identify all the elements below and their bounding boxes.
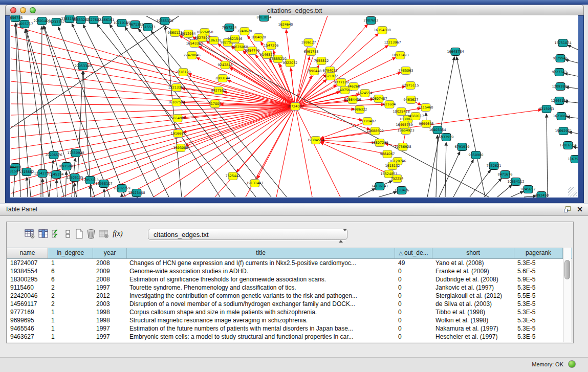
table-cell[interactable]: 5.3E-5 [514,259,563,267]
table-cell[interactable]: 2008 [93,275,127,283]
table-row[interactable]: 1872400712008Changes of HCN gene express… [7,259,563,267]
table-cell[interactable]: 9465546 [7,324,48,333]
float-panel-icon[interactable] [564,206,571,212]
table-cell[interactable]: 1 [48,259,93,267]
table-row[interactable]: 1938455462009Genome-wide association stu… [7,267,563,275]
table-cell[interactable]: 5.3E-5 [514,316,563,324]
table-cell[interactable]: 0 [395,308,432,316]
table-row[interactable]: 946554611997Estimation of the future num… [7,324,563,333]
column-header-name[interactable]: name [7,248,48,258]
table-cell[interactable]: Tourette syndrome. Phenomenology and cla… [127,283,395,292]
table-cell[interactable]: 2003 [93,300,127,308]
table-row[interactable]: 946362711997Embryonic stem cells: a mode… [7,333,563,341]
table-cell[interactable]: Disruption of a novel member of a sodium… [127,300,395,308]
network-view-canvas[interactable]: 1872400798601238912954182260589827509165… [10,15,578,198]
table-settings-icon[interactable] [24,228,36,240]
close-panel-icon[interactable]: ✕ [577,205,583,213]
new-document-icon[interactable] [73,228,85,240]
table-cell[interactable]: 0 [395,283,432,292]
table-cell[interactable]: 0 [395,267,432,275]
table-cell[interactable]: 1997 [93,283,127,292]
table-cell[interactable]: Investigating the contribution of common… [127,292,395,300]
table-cell[interactable]: Yano et al. (2008) [432,259,514,267]
table-cell[interactable]: 6 [48,275,93,283]
scrollbar-thumb[interactable] [564,260,570,279]
table-cell[interactable]: 1997 [93,333,127,341]
table-cell[interactable]: Estimation of significance thresholds fo… [127,275,395,283]
column-header-pagerank[interactable]: pagerank [514,248,563,258]
vertical-scrollbar[interactable] [563,248,571,342]
table-cell[interactable]: 0 [395,324,432,333]
table-cell[interactable]: Hescheler et al. (1997) [432,333,514,341]
table-cell[interactable]: 5.5E-5 [514,292,563,300]
table-cell[interactable]: Structural magnetic resonance image aver… [127,316,395,324]
table-cell[interactable]: Genome-wide association studies in ADHD. [127,267,395,275]
table-cell[interactable]: Nakamura et al. (1997) [432,324,514,333]
table-cell[interactable]: 5.3E-5 [514,300,563,308]
rows-icon[interactable] [62,228,74,240]
table-cell[interactable]: 2012 [93,292,127,300]
table-column-icon[interactable] [37,228,50,240]
network-window-titlebar[interactable]: citations_edges.txt [5,5,584,16]
table-cell[interactable]: 1 [48,316,93,324]
select-all-icon[interactable] [50,228,62,240]
table-cell[interactable]: Corpus callosum shape and size in male p… [127,308,395,316]
table-cell[interactable]: 2 [48,300,93,308]
function-builder-icon[interactable]: f(x) [112,228,124,240]
table-cell[interactable]: 5.3E-5 [514,308,563,316]
table-row[interactable]: 1456911722003Disruption of a novel membe… [7,300,563,308]
table-row[interactable]: 969969511998Structural magnetic resonanc… [7,316,563,324]
table-cell[interactable]: 2008 [93,259,127,267]
table-cell[interactable]: 5.3E-5 [514,333,563,341]
table-cell[interactable]: 6 [48,267,93,275]
table-cell[interactable]: 1998 [93,308,127,316]
table-cell[interactable]: 9699695 [7,316,48,324]
table-cell[interactable]: 5.3E-5 [514,283,563,292]
table-cell[interactable]: 2 [48,292,93,300]
column-header-out-degree[interactable]: △out_de... [395,248,432,258]
column-header-short[interactable]: short [432,248,514,258]
table-cell[interactable]: 0 [395,316,432,324]
table-row[interactable]: 977716911998Corpus callosum shape and si… [7,308,563,316]
table-cell[interactable]: 0 [395,275,432,283]
table-cell[interactable]: 1998 [93,316,127,324]
table-cell[interactable]: 5.3E-5 [514,324,563,333]
table-cell[interactable]: 0 [395,300,432,308]
table-cell[interactable]: 0 [395,333,432,341]
table-cell[interactable]: Changes of HCN gene expression and I(f) … [127,259,395,267]
table-cell[interactable]: 1 [48,333,93,341]
table-cell[interactable]: 49 [395,259,432,267]
column-header-in-degree[interactable]: in_degree [48,248,93,258]
table-cell[interactable]: 18724007 [7,259,48,267]
table-cell[interactable]: 1 [48,324,93,333]
column-header-title[interactable]: title [127,248,395,258]
table-cell[interactable]: Embryonic stem cells: a model to study s… [127,333,395,341]
table-cell[interactable]: 5.9E-5 [514,275,563,283]
table-cell[interactable]: Wolkin et al. (1998) [432,316,514,324]
table-cell[interactable]: Jankovic et al. (1997) [432,283,514,292]
table-cell[interactable]: Tibbo et al. (1998) [432,308,514,316]
table-cell[interactable]: 5.6E-5 [514,267,563,275]
table-cell[interactable]: 18300295 [7,275,48,283]
table-cell[interactable]: 1997 [93,324,127,333]
table-row[interactable]: 1830029562008Estimation of significance … [7,275,563,283]
table-selector-dropdown[interactable]: citations_edges.txt [148,229,347,240]
table-cell[interactable]: 14569117 [7,300,48,308]
table-cell[interactable]: Estimation of the future numbers of pati… [127,324,395,333]
table-cell[interactable]: 0 [395,292,432,300]
table-cell[interactable]: 9777169 [7,308,48,316]
table-cell[interactable]: Dudbridge et al. (2008) [432,275,514,283]
table-cell[interactable]: 9463627 [7,333,48,341]
table-cell[interactable]: 1 [48,308,93,316]
column-header-year[interactable]: year [93,248,127,258]
window-resize-grip[interactable] [568,187,577,196]
table-cell[interactable]: Franke et al. (2009) [432,267,514,275]
table-cell[interactable]: de Silva et al. (2003) [432,300,514,308]
table-cell[interactable]: 9115460 [7,283,48,292]
table-row[interactable]: 911546021997Tourette syndrome. Phenomeno… [7,283,563,292]
table-panel-header[interactable]: Table Panel ✕ [0,203,588,216]
table-row[interactable]: 2242004622012Investigating the contribut… [7,292,563,300]
table-cell[interactable]: 2009 [93,267,127,275]
delete-icon[interactable] [85,228,97,240]
table-cell[interactable]: Stergiakouli et al. (2012) [432,292,514,300]
